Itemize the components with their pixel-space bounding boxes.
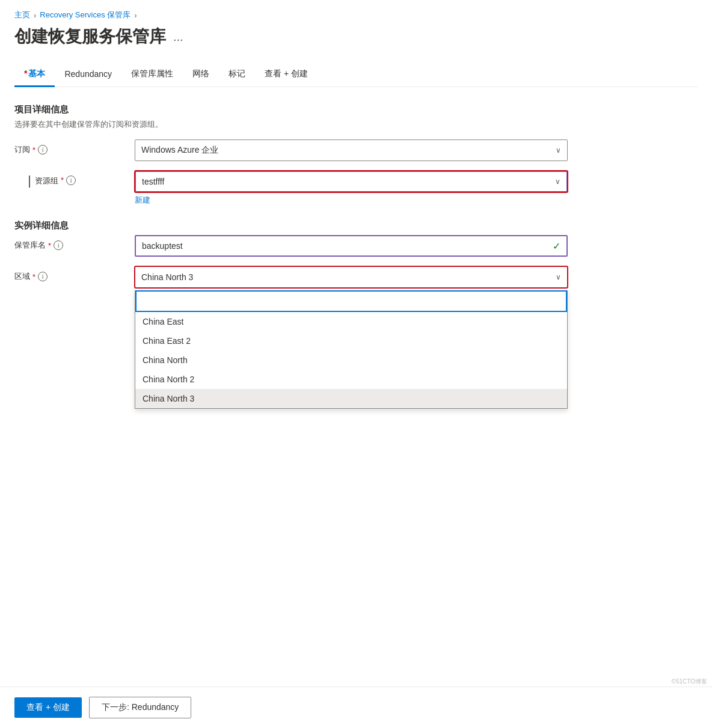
breadcrumb-sep1: › [34,11,36,20]
rg-chevron-icon: ∨ [555,177,560,186]
next-button[interactable]: 下一步: Redundancy [89,697,191,718]
tab-redundancy[interactable]: Redundancy [55,63,121,87]
region-search-input[interactable] [135,290,567,312]
bottom-bar: 查看 + 创建 下一步: Redundancy [0,687,712,728]
project-section: 项目详细信息 选择要在其中创建保管库的订阅和资源组。 订阅 * i Window… [14,104,698,206]
resource-group-label: 资源组 * i [14,171,135,188]
vault-name-required-star: * [48,241,51,250]
region-dropdown: China East China East 2 China North Chin… [135,290,568,409]
region-select[interactable]: China North 3 ∨ [135,266,568,288]
region-option-china-north[interactable]: China North [135,350,567,370]
subscription-info-icon[interactable]: i [38,145,48,154]
vault-name-input[interactable]: backuptest ✓ [135,235,568,257]
page-title-row: 创建恢复服务保管库 ... [14,25,698,48]
subscription-required-star: * [32,145,35,154]
resource-group-select[interactable]: testffff ∨ [135,171,568,192]
region-option-china-east-2[interactable]: China East 2 [135,331,567,350]
project-section-title: 项目详细信息 [14,104,698,115]
instance-section-title: 实例详细信息 [14,220,698,231]
subscription-field: 订阅 * i Windows Azure 企业 ∨ [14,139,698,161]
vault-name-info-icon[interactable]: i [54,240,63,250]
breadcrumb-sep2: › [134,11,137,20]
tab-required-star: * [24,69,27,78]
region-option-china-north-3[interactable]: China North 3 [135,389,567,408]
resource-group-field: 资源组 * i testffff ∨ 新建 [14,171,698,206]
vault-name-label: 保管库名 * i [14,235,135,251]
instance-section: 实例详细信息 保管库名 * i backuptest ✓ 区域 * i [14,220,698,325]
tab-review-create[interactable]: 查看 + 创建 [255,63,318,87]
rg-info-icon[interactable]: i [66,176,76,185]
resource-group-control: testffff ∨ 新建 [135,171,568,206]
subscription-label: 订阅 * i [14,139,135,155]
region-label: 区域 * i [14,266,135,282]
region-control: China North 3 ∨ China East China East 2 … [135,266,568,288]
region-options-list: China East China East 2 China North Chin… [135,312,567,408]
region-option-china-north-2[interactable]: China North 2 [135,370,567,389]
subscription-control: Windows Azure 企业 ∨ [135,139,568,161]
breadcrumb-home[interactable]: 主页 [14,10,30,20]
vault-name-control: backuptest ✓ [135,235,568,257]
vault-name-field: 保管库名 * i backuptest ✓ [14,235,698,257]
watermark: ©51CTO博客 [672,678,707,686]
new-resource-group-link[interactable]: 新建 [135,195,150,206]
tab-basics[interactable]: *基本 [14,63,55,87]
review-create-button[interactable]: 查看 + 创建 [14,697,82,718]
region-field: 区域 * i China North 3 ∨ China East China … [14,266,698,288]
indent-line [29,176,30,188]
region-option-china-east[interactable]: China East [135,312,567,331]
subscription-chevron-icon: ∨ [556,146,561,154]
region-required-star: * [32,272,35,281]
next-button-label: 下一步: Redundancy [102,702,179,712]
tab-nav: *基本 Redundancy 保管库属性 网络 标记 查看 + 创建 [14,63,698,87]
breadcrumb-parent[interactable]: Recovery Services 保管库 [40,10,130,20]
region-chevron-icon: ∨ [556,273,561,281]
tab-tags[interactable]: 标记 [219,63,255,87]
page-options-button[interactable]: ... [173,30,183,44]
region-info-icon[interactable]: i [38,272,48,281]
breadcrumb: 主页 › Recovery Services 保管库 › [14,10,698,20]
tab-network[interactable]: 网络 [183,63,219,87]
page-title: 创建恢复服务保管库 [14,25,166,48]
vault-name-check-icon: ✓ [553,240,560,252]
rg-required-star: * [61,176,64,185]
subscription-select[interactable]: Windows Azure 企业 ∨ [135,139,568,161]
project-section-desc: 选择要在其中创建保管库的订阅和资源组。 [14,119,698,130]
tab-vault-props[interactable]: 保管库属性 [121,63,183,87]
